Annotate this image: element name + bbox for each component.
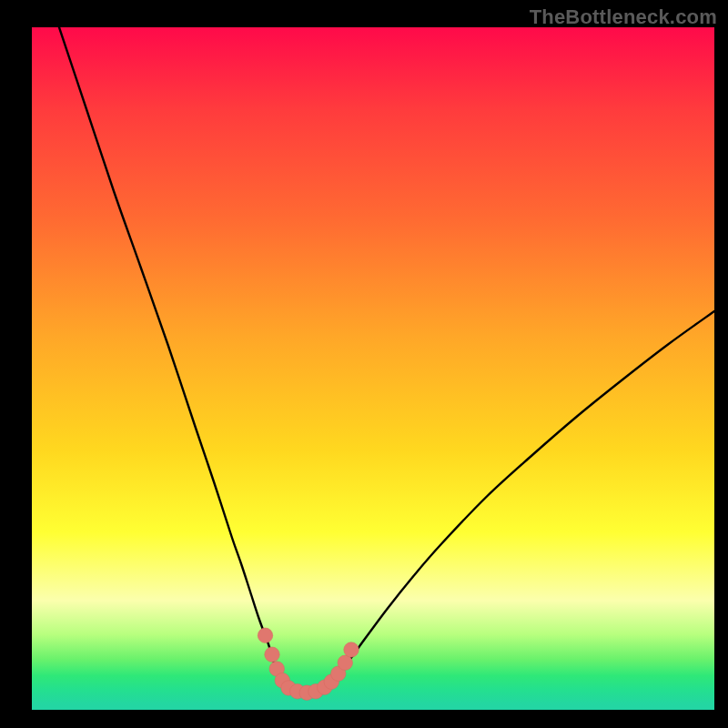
watermark-text: TheBottleneck.com [530, 5, 717, 29]
marker-point [344, 642, 359, 658]
marker-point [338, 655, 353, 671]
plot-area [32, 27, 714, 710]
curve-layer [32, 27, 714, 710]
chart-frame: TheBottleneck.com [0, 0, 728, 728]
curve-right-branch [328, 311, 714, 688]
marker-point [258, 628, 273, 643]
curve-left-branch [59, 27, 284, 688]
marker-point [265, 647, 280, 662]
marker-group [258, 628, 359, 701]
